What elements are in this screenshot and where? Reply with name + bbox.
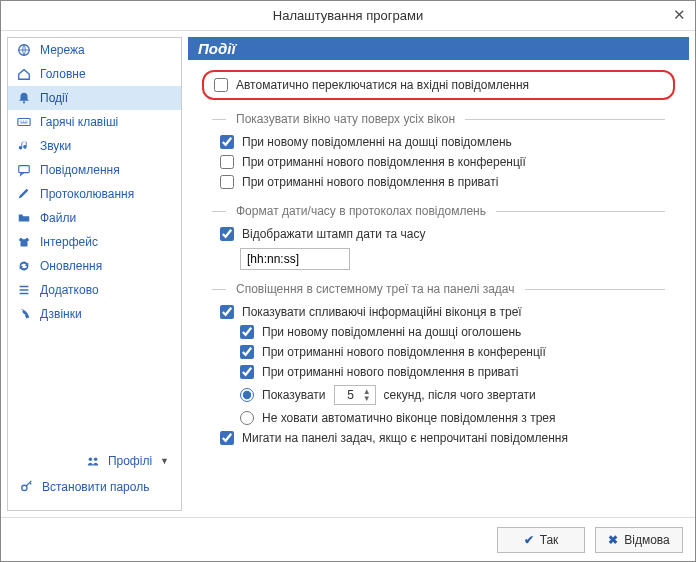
g3-sub1-checkbox[interactable] (240, 325, 254, 339)
opt-label: Не ховати автоматично віконце повідомлен… (262, 411, 556, 425)
sidebar-item-calls[interactable]: Дзвінки (8, 302, 181, 326)
opt-row: При отриманні нового повідомлення в прив… (202, 172, 675, 192)
titlebar: Налаштування програми ✕ (1, 1, 695, 31)
auto-switch-checkbox[interactable] (214, 78, 228, 92)
profiles-button[interactable]: Профілі ▼ (16, 448, 173, 474)
pencil-icon (16, 186, 32, 202)
group-header: Сповіщення в системному треї та на панел… (202, 282, 675, 296)
sidebar-item-sounds[interactable]: Звуки (8, 134, 181, 158)
opt-label: Показувати спливаючі інформаційні віконц… (242, 305, 522, 319)
g3-sub2-checkbox[interactable] (240, 345, 254, 359)
close-icon: ✕ (673, 6, 686, 24)
spinner-arrows[interactable]: ▲▼ (363, 388, 371, 402)
show-seconds-radio[interactable] (240, 388, 254, 402)
close-button[interactable]: ✕ (669, 5, 689, 25)
ok-button[interactable]: ✔ Так (497, 527, 585, 553)
opt-label: При отриманні нового повідомлення в прив… (242, 175, 498, 189)
g1-opt2-checkbox[interactable] (220, 155, 234, 169)
sidebar-item-label: Гарячі клавіші (40, 115, 118, 129)
opt-row: Відображати штамп дати та часу (202, 224, 675, 244)
svg-rect-3 (19, 166, 30, 173)
dont-hide-radio[interactable] (240, 411, 254, 425)
g3-sub3-checkbox[interactable] (240, 365, 254, 379)
opt-label: При отриманні нового повідомлення в прив… (262, 365, 518, 379)
ok-label: Так (540, 533, 559, 547)
message-icon (16, 162, 32, 178)
users-icon (86, 454, 100, 468)
sidebar-item-updates[interactable]: Оновлення (8, 254, 181, 278)
window-body: Мережа Головне Події Гарячі клавіші Звук (1, 31, 695, 517)
g3-blink-checkbox[interactable] (220, 431, 234, 445)
g3-opt1-checkbox[interactable] (220, 305, 234, 319)
footer-buttons: ✔ Так ✖ Відмова (1, 517, 695, 561)
opt-row: При отриманні нового повідомлення в конф… (202, 152, 675, 172)
sidebar-item-files[interactable]: Файли (8, 206, 181, 230)
sidebar-item-interface[interactable]: Інтерфейс (8, 230, 181, 254)
sidebar-item-label: Інтерфейс (40, 235, 98, 249)
sidebar-item-advanced[interactable]: Додатково (8, 278, 181, 302)
shirt-icon (16, 234, 32, 250)
opt-label: При отриманні нового повідомлення в конф… (242, 155, 526, 169)
refresh-icon (16, 258, 32, 274)
sidebar-item-label: Дзвінки (40, 307, 82, 321)
folder-icon (16, 210, 32, 226)
seconds-value: 5 (339, 388, 363, 402)
group-show-window: Показувати вікно чату поверх усіх вікон … (202, 112, 675, 192)
sidebar-footer: Профілі ▼ Встановити пароль (8, 442, 181, 510)
opt-label: Відображати штамп дати та часу (242, 227, 426, 241)
group-header: Показувати вікно чату поверх усіх вікон (202, 112, 675, 126)
cancel-label: Відмова (624, 533, 670, 547)
set-password-label: Встановити пароль (42, 480, 149, 494)
group-tray: Сповіщення в системному треї та на панел… (202, 282, 675, 448)
sidebar: Мережа Головне Події Гарячі клавіші Звук (7, 37, 182, 511)
sidebar-item-network[interactable]: Мережа (8, 38, 181, 62)
opt-row-dont-hide: Не ховати автоматично віконце повідомлен… (202, 408, 675, 428)
opt-row: При отриманні нового повідомлення в конф… (202, 342, 675, 362)
sidebar-spacer (8, 326, 181, 442)
g1-opt3-checkbox[interactable] (220, 175, 234, 189)
cancel-button[interactable]: ✖ Відмова (595, 527, 683, 553)
sidebar-item-label: Протоколювання (40, 187, 134, 201)
time-format-input[interactable] (240, 248, 350, 270)
keyboard-icon (16, 114, 32, 130)
svg-rect-2 (18, 119, 30, 126)
section-title: Події (198, 40, 236, 57)
profiles-label: Профілі (108, 454, 152, 468)
content-panel: Події Автоматично переключатися на вхідн… (188, 37, 689, 511)
sidebar-item-label: Повідомлення (40, 163, 120, 177)
auto-switch-row: Автоматично переключатися на вхідні пові… (202, 70, 675, 100)
sidebar-item-messages[interactable]: Повідомлення (8, 158, 181, 182)
opt-row: Мигати на панелі задач, якщо є непрочита… (202, 428, 675, 448)
chevron-down-icon: ▼ (160, 456, 169, 466)
group-header: Формат дати/часу в протоколах повідомлен… (202, 204, 675, 218)
g1-opt1-checkbox[interactable] (220, 135, 234, 149)
opt-row: При новому повідомленні на дошці повідом… (202, 132, 675, 152)
auto-switch-label: Автоматично переключатися на вхідні пові… (236, 78, 529, 92)
sidebar-item-label: Мережа (40, 43, 85, 57)
opt-row: Показувати спливаючі інформаційні віконц… (202, 302, 675, 322)
sidebar-list: Мережа Головне Події Гарячі клавіші Звук (8, 38, 181, 326)
svg-point-1 (23, 101, 25, 103)
opt-label: Мигати на панелі задач, якщо є непрочита… (242, 431, 568, 445)
opt-row: При новому повідомленні на дошці оголоше… (202, 322, 675, 342)
group-title: Показувати вікно чату поверх усіх вікон (236, 112, 455, 126)
check-icon: ✔ (524, 533, 534, 547)
note-icon (16, 138, 32, 154)
sidebar-item-main[interactable]: Головне (8, 62, 181, 86)
group-datetime: Формат дати/часу в протоколах повідомлен… (202, 204, 675, 270)
group-title: Формат дати/часу в протоколах повідомлен… (236, 204, 486, 218)
sidebar-item-events[interactable]: Події (8, 86, 181, 110)
seconds-spinner[interactable]: 5 ▲▼ (334, 385, 376, 405)
opt-label: При отриманні нового повідомлення в конф… (262, 345, 546, 359)
set-password-button[interactable]: Встановити пароль (16, 474, 173, 500)
show-label: Показувати (262, 388, 326, 402)
home-icon (16, 66, 32, 82)
sidebar-item-logging[interactable]: Протоколювання (8, 182, 181, 206)
list-icon (16, 282, 32, 298)
globe-icon (16, 42, 32, 58)
sidebar-item-hotkeys[interactable]: Гарячі клавіші (8, 110, 181, 134)
opt-label: При новому повідомленні на дошці повідом… (242, 135, 512, 149)
g2-opt1-checkbox[interactable] (220, 227, 234, 241)
cross-icon: ✖ (608, 533, 618, 547)
content-body: Автоматично переключатися на вхідні пові… (188, 60, 689, 511)
